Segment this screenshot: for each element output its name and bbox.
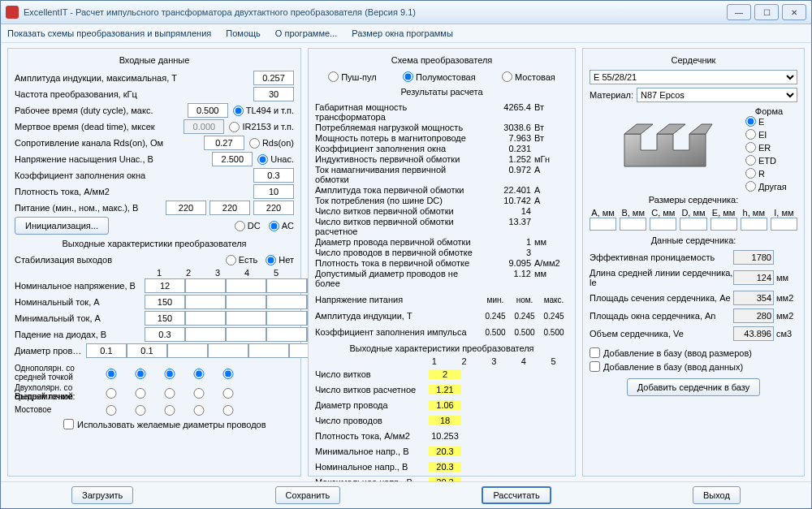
core-select[interactable]: E 55/28/21 — [590, 70, 797, 84]
jdens-label: Плотность тока, А/мм2 — [15, 187, 253, 196]
ve-input[interactable] — [733, 326, 774, 341]
dim-input[interactable] — [680, 218, 706, 231]
form-R[interactable]: R — [745, 168, 797, 179]
usat-input[interactable] — [212, 152, 253, 166]
kfill-input[interactable] — [253, 168, 294, 183]
scheme-bridge[interactable] — [502, 71, 512, 82]
form-ER[interactable]: ER — [745, 142, 797, 153]
output-row: Число витков2 — [315, 367, 568, 382]
stab-no[interactable] — [266, 255, 276, 265]
output-row: Число проводов18 — [315, 413, 568, 428]
add-data-check[interactable] — [590, 361, 600, 372]
ac-radio[interactable] — [269, 221, 279, 231]
perm-input[interactable] — [733, 250, 774, 265]
stab-label: Стабилизация выходов — [15, 255, 226, 265]
dwire-0[interactable] — [86, 343, 127, 358]
result-row: Потребляемая нагрузкой мощность3038.6Вт — [315, 123, 568, 132]
form-E[interactable]: E — [745, 116, 797, 127]
result-row: Индуктивность первичной обмотки1.252мГн — [315, 154, 568, 164]
load-button[interactable]: Загрузить — [71, 486, 133, 504]
duty-radio[interactable] — [233, 106, 244, 116]
form-EI[interactable]: EI — [745, 129, 797, 140]
input-title: Входные данные — [15, 55, 294, 65]
scheme-halfbridge[interactable] — [403, 71, 413, 82]
ampl-label: Амплитуда индукции, максимальная, Т — [15, 73, 253, 83]
result-row: Ток потребления (по шине DC)10.742А — [315, 196, 568, 205]
material-label: Материал: — [590, 90, 633, 100]
rect1-1[interactable] — [100, 369, 123, 379]
out-title: Выходные характеристики преобразователя — [15, 239, 294, 248]
dc-radio[interactable] — [235, 221, 245, 231]
supply-min[interactable] — [166, 201, 206, 215]
dim-input[interactable] — [710, 218, 737, 231]
result-row: Ток намагничивания первичной обмотки0.97… — [315, 165, 568, 184]
usat-radio[interactable] — [257, 154, 268, 165]
rds-radio[interactable] — [249, 138, 260, 149]
result-row: Число витков первичной обмотки расчетное… — [315, 217, 568, 236]
supply-max[interactable] — [253, 201, 294, 215]
output-row: Диаметр провода1.06 — [315, 398, 568, 412]
dwire-1[interactable] — [127, 343, 167, 358]
menu-help[interactable]: Помощь — [226, 28, 261, 38]
output-row: Номинальное напр., В20.3 — [315, 459, 568, 474]
menu-window-size[interactable]: Размер окна программы — [352, 28, 453, 38]
init-button[interactable]: Инициализация... — [15, 217, 109, 235]
minimize-button[interactable]: — — [727, 4, 751, 20]
jdens-input[interactable] — [253, 184, 294, 199]
output-row: Число витков расчетное1.21 — [315, 382, 568, 397]
dead-radio[interactable] — [229, 122, 240, 132]
result-row: Мощность потерь в магнитопроводе7.963Вт — [315, 133, 568, 143]
result-row: Габаритная мощность трансформатора4265.4… — [315, 102, 568, 122]
freq-input[interactable] — [253, 87, 294, 101]
dim-input[interactable] — [590, 218, 616, 231]
result-row: Число проводов в первичной обмотке3 — [315, 248, 568, 257]
save-button[interactable]: Сохранить — [275, 486, 341, 504]
kfill-label: Коэффициент заполнения окна — [15, 170, 253, 180]
dim-input[interactable] — [650, 218, 676, 231]
le-input[interactable] — [733, 270, 774, 285]
exit-button[interactable]: Выход — [693, 486, 741, 504]
stab-yes[interactable] — [226, 255, 236, 265]
udiod-1[interactable] — [145, 327, 185, 342]
results-panel: Схема преобразователя Пуш-пул Полумостов… — [308, 48, 576, 477]
imin-1[interactable] — [145, 311, 185, 326]
form-ETD[interactable]: ETD — [745, 155, 797, 166]
material-select[interactable]: N87 Epcos — [637, 88, 797, 102]
ae-input[interactable] — [733, 291, 774, 305]
dim-input[interactable] — [741, 218, 767, 231]
dim-input[interactable] — [771, 218, 797, 231]
result-row: Допустимый диаметр проводов не более1.12… — [315, 269, 568, 288]
rds-label: Сопротивление канала Rds(on), Ом — [15, 138, 204, 148]
an-input[interactable] — [733, 308, 774, 323]
usat-label: Напряжение насыщения Uнас., В — [15, 154, 212, 164]
window-title: ExcellentIT - Расчет импульсного трансфо… — [24, 7, 416, 17]
close-button[interactable]: ✕ — [782, 4, 806, 20]
unom-1[interactable] — [145, 278, 185, 293]
dead-label: Мертвое время (dead time), мксек — [15, 122, 184, 132]
ampl-input[interactable] — [253, 71, 294, 85]
use-dia-check[interactable] — [63, 419, 74, 429]
inom-1[interactable] — [145, 295, 185, 309]
input-panel: Входные данные Амплитуда индукции, макси… — [7, 48, 301, 477]
duty-input[interactable] — [188, 103, 228, 118]
rds-input[interactable] — [204, 136, 244, 150]
titlebar: ExcellentIT - Расчет импульсного трансфо… — [1, 1, 811, 24]
core-panel: Сердечник E 55/28/21 Материал:N87 Epcos … — [582, 48, 805, 477]
result-row: Число витков первичной обмотки14 — [315, 206, 568, 216]
scheme-pushpull[interactable] — [328, 71, 339, 82]
add-dims-check[interactable] — [590, 347, 600, 358]
form-Другая[interactable]: Другая — [745, 181, 797, 192]
maximize-button[interactable]: ☐ — [754, 4, 779, 20]
menu-about[interactable]: О программе... — [275, 28, 337, 38]
calc-button[interactable]: Рассчитать — [482, 486, 551, 504]
result-row: Коэффициент заполнения окна0.231 — [315, 144, 568, 153]
app-icon — [6, 6, 19, 19]
menubar: Показать схемы преобразования и выпрямле… — [1, 24, 811, 43]
add-core-button[interactable]: Добавить сердечник в базу — [627, 378, 761, 396]
result-row: Амплитуда тока первичной обмотки22.401А — [315, 185, 568, 195]
dead-input — [184, 119, 224, 134]
menu-schemes[interactable]: Показать схемы преобразования и выпрямле… — [7, 28, 211, 38]
dim-input[interactable] — [620, 218, 646, 231]
content: Входные данные Амплитуда индукции, макси… — [1, 43, 811, 481]
supply-nom[interactable] — [209, 201, 250, 215]
